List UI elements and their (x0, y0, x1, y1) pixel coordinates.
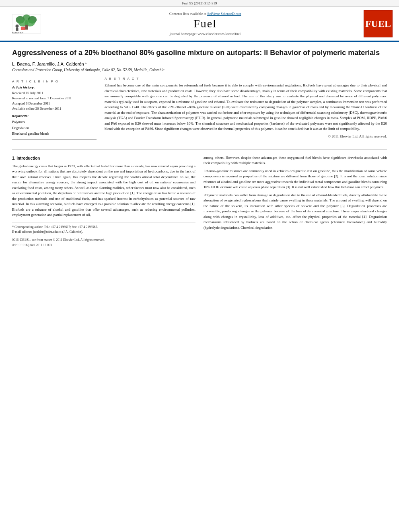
body-left-column: 1. Introduction The global energy crisis… (12, 155, 195, 248)
footnote-area: * Corresponding author. Tel.: +57 4 2196… (12, 222, 195, 234)
article-title: Aggressiveness of a 20% bioethanol 80% g… (12, 48, 387, 58)
keyword-3: Bioethanol gasoline blends (12, 131, 97, 136)
elsevier-logo-icon: ELSEVIER (10, 13, 43, 35)
elsevier-logo-container: ELSEVIER (6, 13, 47, 35)
intro-right-para-1: among others. However, despite these adv… (204, 155, 387, 166)
journal-name: Fuel (47, 17, 364, 30)
svg-rect-6 (25, 25, 28, 29)
received-revised-date: Received in revised form 7 December 2011 (12, 96, 97, 101)
svg-text:ELSEVIER: ELSEVIER (12, 31, 23, 34)
article-info-heading: A R T I C L E I N F O (12, 80, 97, 83)
section-divider (12, 149, 387, 150)
authors-text: L. Baena, F. Jaramillo, J.A. Calderón * (12, 62, 87, 66)
article-info-abstract-section: A R T I C L E I N F O Article history: R… (12, 77, 387, 143)
contents-line: Contents lists available at SciVerse Sci… (47, 12, 364, 16)
email-note: E-mail address: jacalder@udea.edu.co (J.… (12, 230, 195, 234)
available-date: Available online 20 December 2011 (12, 106, 97, 111)
intro-right-para-2: Ethanol–gasoline mixtures are commonly u… (204, 168, 387, 190)
citation-text: Fuel 95 (2012) 312–319 (182, 1, 217, 5)
svg-rect-8 (16, 27, 18, 31)
body-section: 1. Introduction The global energy crisis… (12, 155, 387, 248)
received-date: Received 15 July 2011 (12, 90, 97, 96)
article-info-column: A R T I C L E I N F O Article history: R… (12, 77, 97, 143)
section-number: 1. (12, 156, 15, 160)
fuel-logo-text: FUEL (365, 18, 391, 29)
abstract-heading: A B S T R A C T (105, 77, 387, 80)
keyword-2: Degradation (12, 125, 97, 131)
bottom-meta-area: 0016-2361/$ – see front matter © 2011 El… (12, 238, 195, 248)
journal-header: ELSEVIER Contents lists available at Sci… (0, 7, 399, 42)
main-content: Aggressiveness of a 20% bioethanol 80% g… (0, 42, 399, 253)
copyright-text: © 2011 Elsevier Ltd. All rights reserved… (105, 134, 387, 138)
keywords-label: Keywords: (12, 114, 97, 118)
abstract-column: A B S T R A C T Ethanol has become one o… (105, 77, 387, 143)
authors-line: L. Baena, F. Jaramillo, J.A. Calderón * (12, 62, 387, 66)
citation-bar: Fuel 95 (2012) 312–319 (0, 0, 399, 7)
intro-para-1: The global energy crisis that began in 1… (12, 164, 195, 218)
journal-homepage: journal homepage: www.elsevier.com/locat… (47, 32, 364, 36)
keyword-1: Polymers (12, 119, 97, 125)
svg-point-7 (16, 25, 19, 28)
body-right-column: among others. However, despite these adv… (204, 155, 387, 248)
article-info-box: A R T I C L E I N F O Article history: R… (12, 77, 97, 139)
doi-line: doi:10.1016/j.fuel.2011.12.003 (12, 243, 195, 248)
keywords-list: Polymers Degradation Bioethanol gasoline… (12, 119, 97, 136)
issn-line: 0016-2361/$ – see front matter © 2011 El… (12, 238, 195, 243)
article-history-label: Article history: (12, 86, 97, 89)
affiliation-text: Corrosion and Protection Group, Universi… (12, 68, 387, 72)
fuel-logo-box: FUEL (364, 10, 393, 37)
abstract-text: Ethanol has become one of the main compo… (105, 83, 387, 132)
sciverse-link[interactable]: SciVerse ScienceDirect (207, 12, 241, 16)
corresponding-author-note: * Corresponding author. Tel.: +57 4 2196… (12, 225, 195, 230)
email-label-text: E-mail address: jacalder@udea.edu.co (J.… (12, 230, 83, 234)
accepted-date: Accepted 8 December 2011 (12, 101, 97, 106)
section-1-heading: 1. Introduction (12, 155, 195, 161)
intro-right-para-3: Polymeric materials can suffer from dama… (204, 193, 387, 231)
section-title: Introduction (16, 156, 40, 160)
journal-title-area: Contents lists available at SciVerse Sci… (47, 12, 364, 36)
